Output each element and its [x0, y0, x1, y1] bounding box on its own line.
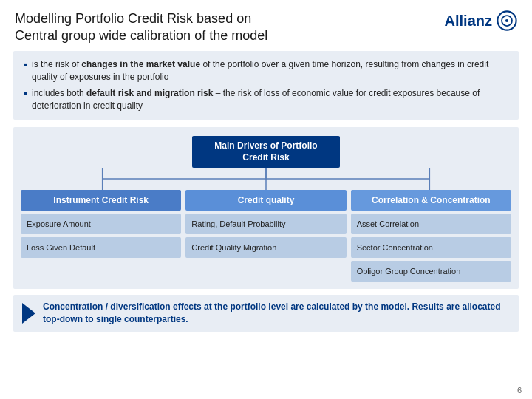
top-box-wrapper: Main Drivers of Portfolio Credit Risk	[21, 136, 511, 168]
logo-area: Allianz	[445, 10, 517, 31]
cell-loss-given-default: Loss Given Default	[21, 237, 181, 258]
column-instrument-credit-risk: Instrument Credit Risk Exposure Amount L…	[21, 190, 181, 282]
logo-text: Allianz	[445, 13, 492, 30]
cell-exposure-amount: Exposure Amount	[21, 214, 181, 234]
column-credit-quality: Credit quality Rating, Default Probabili…	[185, 190, 346, 282]
title-block: Modelling Portfolio Credit Risk based on…	[15, 10, 267, 45]
page-number: 6	[517, 386, 522, 395]
column-correlation-concentration: Correlation & Concentration Asset Correl…	[351, 190, 511, 282]
callout-arrow-icon	[22, 303, 35, 324]
allianz-logo-icon	[497, 10, 517, 31]
svg-point-2	[505, 19, 508, 22]
cell-rating-default: Rating, Default Probability	[185, 214, 346, 234]
columns: Instrument Credit Risk Exposure Amount L…	[21, 190, 511, 282]
cell-asset-correlation: Asset Correlation	[351, 214, 511, 234]
bullet-2: ▪ includes both default risk and migrati…	[24, 87, 508, 112]
page-title: Modelling Portfolio Credit Risk based on…	[15, 10, 267, 45]
bullets-section: ▪ is the risk of changes in the market v…	[13, 51, 519, 120]
col-header-credit-quality: Credit quality	[185, 190, 346, 211]
bullet-2-text: includes both default risk and migration…	[32, 87, 508, 112]
bullet-marker-2: ▪	[24, 86, 27, 101]
cell-credit-quality-migration: Credit Quality Migration	[185, 237, 346, 258]
top-box: Main Drivers of Portfolio Credit Risk	[192, 136, 340, 168]
cell-obligor-group: Obligor Group Concentration	[351, 261, 511, 282]
cell-sector-concentration: Sector Concentration	[351, 237, 511, 258]
bullet-1-text: is the risk of changes in the market val…	[32, 58, 508, 83]
callout: Concentration / diversification effects …	[13, 295, 519, 332]
bullet-marker-1: ▪	[24, 58, 27, 72]
header: Modelling Portfolio Credit Risk based on…	[0, 0, 532, 51]
col-header-correlation: Correlation & Concentration	[351, 190, 511, 211]
callout-text: Concentration / diversification effects …	[43, 301, 510, 326]
diagram-container: Main Drivers of Portfolio Credit Risk In…	[13, 127, 519, 289]
connector-lines	[21, 168, 511, 190]
col-header-instrument: Instrument Credit Risk	[21, 190, 181, 211]
bullet-1: ▪ is the risk of changes in the market v…	[24, 58, 508, 83]
